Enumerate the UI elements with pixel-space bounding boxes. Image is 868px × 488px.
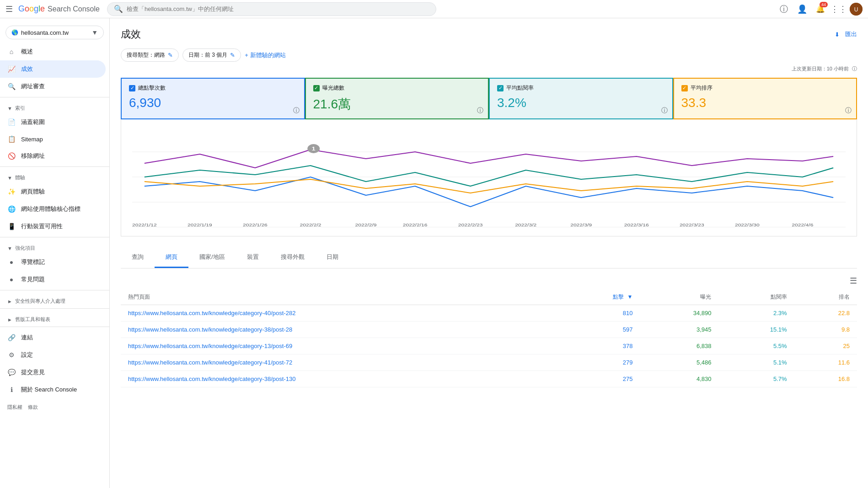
col-header-impressions[interactable]: 曝光 <box>640 290 718 305</box>
sidebar-item-sitemap[interactable]: 📋 Sitemap <box>0 131 106 147</box>
help-icon-ctr[interactable]: ⓘ <box>661 107 668 115</box>
sidebar-item-settings[interactable]: ⚙ 設定 <box>0 346 106 364</box>
footer-terms-link[interactable]: 條款 <box>28 404 38 411</box>
help-icon[interactable]: ⓘ <box>777 2 791 16</box>
sidebar-item-page-experience[interactable]: ✨ 網頁體驗 <box>0 183 106 200</box>
page-url-link[interactable]: https://www.hellosanta.com.tw/knowledge/… <box>128 375 295 382</box>
metric-value-impressions: 21.6萬 <box>313 96 481 113</box>
property-favicon: 🌎 <box>11 29 18 36</box>
chevron-down-icon: ▼ <box>91 29 98 36</box>
tab-country[interactable]: 國家/地區 <box>188 247 236 268</box>
topbar: ☰ Google Search Console 🔍 ⓘ 👤 🔔 44 ⋮⋮ U <box>0 0 868 18</box>
search-bar[interactable]: 🔍 <box>107 2 436 16</box>
tab-device[interactable]: 裝置 <box>236 247 270 268</box>
nav-divider-6 <box>0 327 109 327</box>
sidebar-item-label: 網站使用體驗核心指標 <box>21 205 80 213</box>
search-input[interactable] <box>127 5 429 12</box>
add-filter-label: + 新體驗的網站 <box>245 51 285 59</box>
sidebar-item-links[interactable]: 🔗 連結 <box>0 329 106 346</box>
table-row: https://www.hellosanta.com.tw/knowledge/… <box>121 305 857 322</box>
page-url-link[interactable]: https://www.hellosanta.com.tw/knowledge/… <box>128 343 292 349</box>
svg-text:2022/3/2: 2022/3/2 <box>515 223 536 227</box>
metric-checkbox-position[interactable]: ✓ <box>681 85 688 91</box>
sidebar-item-url-inspection[interactable]: 🔍 網址審查 <box>0 78 106 95</box>
tab-date[interactable]: 日期 <box>316 247 349 268</box>
sidebar-item-about[interactable]: ℹ 關於 Search Console <box>0 381 106 398</box>
table-section: ☰ 熱門頁面 點擊 ▼ 曝光 <box>121 272 857 387</box>
col-header-ctr[interactable]: 點閱率 <box>718 290 794 305</box>
metric-card-clicks[interactable]: ✓ 總點擊次數 6,930 ⓘ <box>121 78 305 119</box>
page-url-link[interactable]: https://www.hellosanta.com.tw/knowledge/… <box>128 359 292 366</box>
help-icon-impressions[interactable]: ⓘ <box>477 107 483 115</box>
table-cell-clicks: 810 <box>557 305 640 322</box>
sidebar-item-overview[interactable]: ⌂ 概述 <box>0 43 106 60</box>
avatar[interactable]: U <box>850 3 863 16</box>
sidebar-item-breadcrumbs[interactable]: ● 導覽標記 <box>0 253 106 271</box>
sidebar-item-performance[interactable]: 📈 成效 <box>0 60 106 78</box>
sidebar-item-label: 連結 <box>21 333 33 342</box>
metric-name-position: 平均排序 <box>691 84 713 92</box>
index-section-header[interactable]: ▼ 索引 <box>0 99 109 113</box>
property-domain: hellosanta.com.tw <box>21 29 89 36</box>
export-button[interactable]: 匯出 <box>845 30 857 38</box>
sidebar-item-core-vitals[interactable]: 🌐 網站使用體驗核心指標 <box>0 200 106 218</box>
sidebar-item-mobile[interactable]: 📱 行動裝置可用性 <box>0 218 106 235</box>
experience-section-header[interactable]: ▼ 體驗 <box>0 169 109 183</box>
col-header-page: 熱門頁面 <box>121 290 557 305</box>
help-icon-clicks[interactable]: ⓘ <box>293 107 300 115</box>
account-icon[interactable]: 👤 <box>795 2 809 16</box>
tools-section-header[interactable]: ► 舊版工具和報表 <box>0 311 109 325</box>
metric-card-impressions[interactable]: ✓ 曝光總數 21.6萬 ⓘ <box>305 78 489 119</box>
metric-card-header: ✓ 總點擊次數 <box>129 84 297 92</box>
enhancements-section-header[interactable]: ▼ 強化項目 <box>0 239 109 253</box>
page-url-link[interactable]: https://www.hellosanta.com.tw/knowledge/… <box>128 326 292 333</box>
tab-pages[interactable]: 網頁 <box>155 247 188 268</box>
sidebar-item-feedback[interactable]: 💬 提交意見 <box>0 364 106 381</box>
date-filter[interactable]: 日期：前 3 個月 ✎ <box>182 48 241 62</box>
sidebar-item-label: 成效 <box>21 65 33 73</box>
metric-card-position[interactable]: ✓ 平均排序 33.3 ⓘ <box>673 78 857 119</box>
metric-checkbox-ctr[interactable]: ✓ <box>497 85 504 91</box>
metric-card-ctr[interactable]: ✓ 平均點閱率 3.2% ⓘ <box>489 78 673 119</box>
col-header-position[interactable]: 排名 <box>794 290 857 305</box>
footer-privacy-link[interactable]: 隱私權 <box>7 404 22 411</box>
apps-icon[interactable]: ⋮⋮ <box>831 2 846 16</box>
tab-search-appearance[interactable]: 搜尋外觀 <box>270 247 316 268</box>
sidebar-item-label: 行動裝置可用性 <box>21 222 63 231</box>
filter-date-label: 日期：前 3 個月 <box>188 51 227 59</box>
search-type-filter[interactable]: 搜尋類型：網路 ✎ <box>121 48 179 62</box>
collapse-icon: ▼ <box>7 106 12 111</box>
feedback-icon: 💬 <box>7 369 16 376</box>
help-icon-position[interactable]: ⓘ <box>845 107 852 115</box>
metric-value-ctr: 3.2% <box>497 96 665 110</box>
export-label: 匯出 <box>845 30 857 38</box>
product-name: Search Console <box>48 5 100 13</box>
sidebar-item-remove-url[interactable]: 🚫 移除網址 <box>0 147 106 165</box>
metric-checkbox-impressions[interactable]: ✓ <box>313 85 320 91</box>
tab-queries[interactable]: 查詢 <box>121 247 155 268</box>
tabs: 查詢 網頁 國家/地區 裝置 搜尋外觀 日期 <box>121 247 857 268</box>
search-icon: 🔍 <box>7 83 16 90</box>
table-row: https://www.hellosanta.com.tw/knowledge/… <box>121 371 857 387</box>
table-filter-icon[interactable]: ☰ <box>850 276 857 286</box>
nav-divider-5 <box>0 308 109 309</box>
add-filter-button[interactable]: + 新體驗的網站 <box>245 51 285 59</box>
metric-checkbox-clicks[interactable]: ✓ <box>129 85 135 91</box>
page-url-link[interactable]: https://www.hellosanta.com.tw/knowledge/… <box>128 310 295 316</box>
edit-icon: ✎ <box>168 52 173 59</box>
sidebar-item-label: Sitemap <box>21 136 43 143</box>
svg-text:2022/1/12: 2022/1/12 <box>132 223 157 227</box>
download-button[interactable]: ⬇ <box>835 31 840 38</box>
notifications-icon[interactable]: 🔔 44 <box>813 2 828 16</box>
filter-search-type-label: 搜尋類型：網路 <box>127 51 165 59</box>
table-cell-position: 11.6 <box>794 354 857 371</box>
sidebar-item-faq[interactable]: ● 常見問題 <box>0 271 106 288</box>
menu-icon[interactable]: ☰ <box>5 4 13 14</box>
sitemap-icon: 📋 <box>7 135 16 143</box>
col-header-clicks[interactable]: 點擊 ▼ <box>557 290 640 305</box>
last-update-info-icon[interactable]: ⓘ <box>852 66 857 71</box>
faq-icon: ● <box>7 276 16 283</box>
sidebar-item-coverage[interactable]: 📄 涵蓋範圍 <box>0 113 106 131</box>
security-section-header[interactable]: ► 安全性與專人介入處理 <box>0 292 109 306</box>
property-selector[interactable]: 🌎 hellosanta.com.tw ▼ <box>5 26 104 39</box>
